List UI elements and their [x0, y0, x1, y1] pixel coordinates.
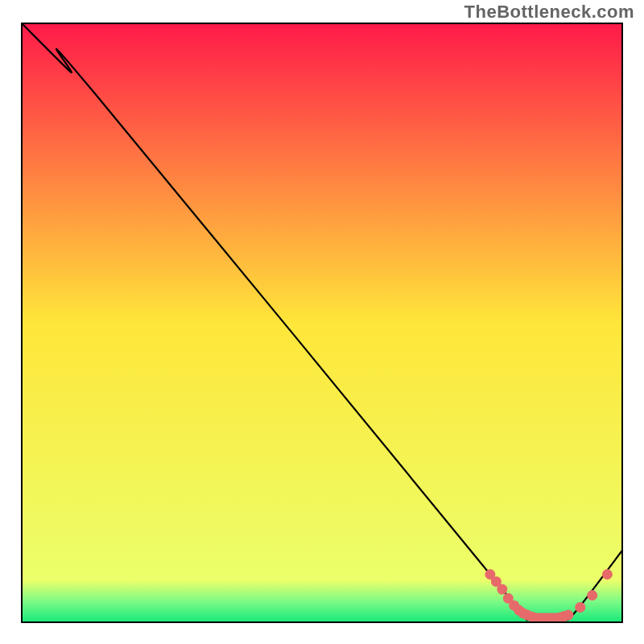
chart-svg: [0, 0, 644, 644]
marker-point: [575, 602, 585, 613]
marker-point: [563, 610, 573, 621]
marker-point: [587, 590, 597, 601]
marker-point: [497, 584, 507, 595]
marker-point: [602, 569, 613, 580]
chart-container: { "attribution": "TheBottleneck.com", "c…: [0, 0, 644, 644]
